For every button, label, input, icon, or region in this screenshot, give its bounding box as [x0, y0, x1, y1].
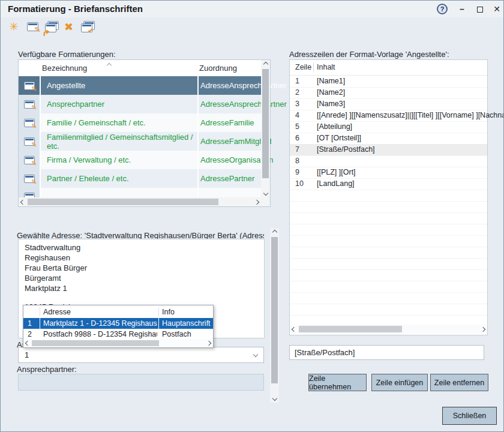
line-row-7-selected[interactable]: 7[Straße/Postfach] [290, 144, 487, 156]
edit-format-icon[interactable]: ✎ [27, 22, 38, 35]
scroll-up-icon[interactable] [261, 60, 270, 68]
address-line: Stadtverwaltung [25, 243, 80, 252]
line-row-2[interactable]: 2[Name2] [290, 87, 487, 99]
col-zuordnung[interactable]: Zuordnung [199, 64, 237, 73]
copy-arrow-icon [43, 29, 50, 37]
scroll-right-icon[interactable] [205, 339, 213, 347]
edit-icon: ✎ [31, 179, 37, 185]
format-row-firma[interactable]: ✎ Firma / Verwaltung / etc. AdresseOrgan… [19, 151, 261, 169]
popup-col-info[interactable]: Info [162, 305, 175, 318]
scroll-left-icon[interactable] [19, 197, 27, 206]
line-row-empty[interactable] [290, 258, 487, 270]
scroll-up-icon[interactable] [270, 228, 279, 236]
line-row-empty[interactable] [290, 247, 487, 259]
sort-ascending-icon [107, 63, 112, 68]
formats-table-header: Bezeichnung Zuordnung [19, 60, 261, 76]
apply-format-icon[interactable]: ✔ [81, 21, 94, 34]
line-content-input[interactable] [289, 345, 484, 360]
scroll-down-icon[interactable] [270, 394, 279, 403]
format-row-familie[interactable]: ✎ Familie / Gemeinschaft / etc. AdresseF… [19, 113, 261, 132]
formats-table: Bezeichnung Zuordnung ✎ Angestellte Adre… [18, 59, 271, 207]
row-icon-cell [19, 188, 40, 197]
format-row-partner[interactable]: ✎ Partner / Eheleute / etc. AdressePartn… [19, 169, 261, 188]
line-row-8[interactable]: 8 [290, 155, 487, 167]
formats-vscrollbar[interactable] [261, 60, 270, 197]
format-row-ansprechpartner[interactable]: ✎ Ansprechpartner AdresseAnsprechpartner [19, 95, 261, 113]
col-inhalt[interactable]: Inhalt [317, 63, 335, 71]
zeile-entfernen-button[interactable]: Zeile entfernen [430, 374, 488, 391]
address-line: Marktplatz 1 [25, 284, 67, 293]
copy-format-icon[interactable] [45, 21, 58, 34]
line-row-empty[interactable] [290, 269, 487, 281]
edit-icon: ✎ [31, 86, 37, 92]
address-lines-table: Zeile Inhalt 1[Name1] 2[Name2] 3[Name3] … [289, 59, 488, 335]
titlebar: Formatierung - Briefanschriften ? – ✕ [1, 1, 503, 17]
line-row-empty[interactable] [290, 212, 487, 224]
address-lines-label: Adresszeilen der Format-Vorlage 'Angeste… [289, 50, 449, 59]
scroll-right-icon[interactable] [253, 197, 261, 206]
line-row-6[interactable]: 6[OT [Ortsteil]] [290, 133, 487, 145]
line-row-empty[interactable] [290, 224, 487, 236]
ansprechpartner-label: Ansprechpartner: [17, 365, 77, 374]
format-row-angestellte[interactable]: ✎ Angestellte AdresseAnsprechpartner [19, 76, 261, 95]
popup-row-postfach[interactable]: 2 Postfach 9988 - D-12354 Regishausen Po… [23, 329, 213, 340]
help-icon[interactable]: ? [437, 4, 448, 14]
line-row-empty[interactable] [290, 190, 487, 202]
zeile-einfuegen-button[interactable]: Zeile einfügen [371, 374, 428, 391]
schliessen-button[interactable]: Schließen [442, 407, 497, 425]
lines-hscroll-thumb[interactable] [299, 326, 402, 332]
new-format-icon[interactable]: ✳ [9, 20, 19, 34]
popup-row-hauptanschrift[interactable]: 1 Marktplatz 1 - D-12345 Regishausen Hau… [23, 318, 213, 329]
delete-format-icon[interactable]: ✖ [64, 20, 73, 34]
scroll-right-icon[interactable] [479, 325, 487, 334]
edit-icon: ✎ [31, 160, 37, 167]
panel-vscroll-thumb[interactable] [271, 237, 278, 383]
address-lines-header: Zeile Inhalt [290, 60, 487, 76]
scroll-left-icon[interactable] [290, 325, 298, 334]
close-window-button[interactable]: ✕ [490, 2, 503, 16]
line-row-empty[interactable] [290, 235, 487, 247]
line-row-3[interactable]: 3[Name3] [290, 98, 487, 110]
edit-icon: ✎ [31, 142, 37, 148]
line-row-1[interactable]: 1[Name1] [290, 76, 487, 88]
address-line: Frau Berta Bürger [25, 263, 87, 272]
line-row-5[interactable]: 5[Abteilung] [290, 121, 487, 133]
zeile-uebernehmen-button[interactable]: Zeile übernehmen [308, 374, 367, 391]
line-row-empty[interactable] [290, 292, 487, 304]
scroll-left-icon[interactable] [23, 339, 32, 347]
line-row-empty[interactable] [290, 281, 487, 293]
line-row-4[interactable]: 4[[Anrede] ][[Namenszusatz]||][[Titel] ]… [290, 110, 487, 122]
popup-hscrollbar[interactable] [23, 339, 213, 347]
vscroll-thumb[interactable] [262, 69, 269, 178]
minimize-button[interactable]: – [455, 2, 469, 16]
maximize-button[interactable] [473, 2, 487, 16]
check-icon: ✔ [88, 27, 94, 34]
scroll-down-icon[interactable] [261, 189, 270, 197]
chevron-down-icon [253, 352, 258, 357]
available-formats-label: Verfügbare Formatierungen: [18, 50, 116, 59]
line-row-10[interactable]: 10[LandLang] [290, 178, 487, 190]
line-row-empty[interactable] [290, 201, 487, 213]
edit-icon: ✎ [31, 104, 37, 111]
row-icon-cell: ✎ [19, 169, 40, 188]
hscroll-thumb[interactable] [28, 199, 218, 205]
formats-hscrollbar[interactable] [19, 197, 261, 206]
pencil-icon: ✎ [34, 26, 41, 34]
format-row-familienmitglied[interactable]: ✎ Familienmitglied / Gemeinschaftsmitgli… [19, 132, 261, 151]
panel-vscrollbar[interactable] [270, 228, 279, 403]
address-line: Bürgeramt [25, 274, 61, 283]
address-line: Regishausen [25, 253, 70, 262]
line-row-9[interactable]: 9[[PLZ] ][Ort] [290, 167, 487, 179]
address-list-popup: Adresse Info 1 Marktplatz 1 - D-12345 Re… [23, 305, 214, 348]
anschrift-select[interactable]: 1 [18, 347, 264, 363]
format-row-partial[interactable] [19, 188, 261, 197]
line-row-empty[interactable] [290, 304, 487, 316]
col-bezeichnung[interactable]: Bezeichnung [42, 64, 87, 73]
col-zeile[interactable]: Zeile [295, 63, 311, 71]
anschrift-selected-value: 1 [25, 347, 29, 362]
popup-hscroll-thumb[interactable] [32, 340, 159, 346]
scroll-corner [261, 197, 270, 206]
ansprechpartner-field[interactable] [18, 374, 264, 391]
lines-hscrollbar[interactable] [290, 325, 487, 334]
popup-col-adresse[interactable]: Adresse [43, 305, 71, 318]
